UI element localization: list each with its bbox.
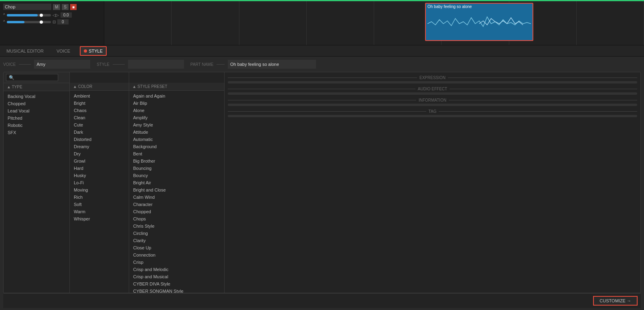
preset-close-up[interactable]: Close Up: [129, 244, 224, 251]
color-item-cute[interactable]: Cute: [70, 121, 129, 128]
preset-bright-and-close[interactable]: Bright and Close: [129, 186, 224, 194]
preset-amy-style[interactable]: Amy Style: [129, 121, 224, 128]
preset-cyber-diva-style[interactable]: CYBER DIVA Style: [129, 280, 224, 288]
color-item-dreamy[interactable]: Dreamy: [70, 143, 129, 150]
customize-button[interactable]: CUSTOMIZE →: [593, 296, 638, 306]
type-list[interactable]: Backing Vocal Chopped Lead Vocal Pitched…: [4, 91, 69, 293]
pan-slider[interactable]: [7, 21, 51, 23]
pan-value: 0: [57, 19, 69, 24]
expression-group: EXPRESSION: [228, 75, 637, 84]
preset-crisp-and-melodic[interactable]: Crisp and Melodic: [129, 266, 224, 273]
clip-waveform: [427, 10, 531, 38]
audio-effect-row: AUDIO EFFECT: [228, 87, 637, 91]
color-item-distorted[interactable]: Distorted: [70, 136, 129, 143]
preset-bent[interactable]: Bent: [129, 150, 224, 157]
type-panel-header: ▲ TYPE: [4, 83, 69, 91]
information-bar: [228, 104, 637, 106]
preset-alone[interactable]: Alone: [129, 107, 224, 114]
type-item-pitched[interactable]: Pitched: [4, 114, 69, 122]
tab-style-label: STYLE: [89, 49, 103, 53]
tab-voice-label: VOICE: [57, 49, 70, 53]
color-item-chaos[interactable]: Chaos: [70, 107, 129, 114]
preset-chris-style[interactable]: Chris Style: [129, 222, 224, 230]
tab-style[interactable]: STYLE: [80, 46, 107, 56]
preset-character[interactable]: Character: [129, 201, 224, 208]
audio-effect-line-left: [228, 89, 415, 89]
color-item-hard[interactable]: Hard: [70, 165, 129, 172]
partname-input[interactable]: [228, 60, 316, 69]
tag-line-left: [228, 111, 426, 112]
preset-cyber-songman-style[interactable]: CYBER SONGMAN Style: [129, 288, 224, 293]
color-item-soft[interactable]: Soft: [70, 201, 129, 208]
audio-clip[interactable]: Oh baby feeling so alone: [425, 3, 533, 41]
style-input[interactable]: [128, 60, 184, 69]
preset-air-blip[interactable]: Air Blip: [129, 100, 224, 107]
preset-background[interactable]: Background: [129, 143, 224, 150]
type-item-chopped[interactable]: Chopped: [4, 100, 69, 107]
preset-bright-air[interactable]: Bright Air: [129, 179, 224, 186]
preset-automatic[interactable]: Automatic: [129, 136, 224, 143]
preset-chopped[interactable]: Chopped: [129, 208, 224, 215]
preset-bouncy[interactable]: Bouncy: [129, 172, 224, 179]
color-item-warm[interactable]: Warm: [70, 208, 129, 215]
type-item-lead-vocal[interactable]: Lead Vocal: [4, 107, 69, 114]
timeline-area[interactable]: Oh baby feeling so alone: [104, 1, 644, 45]
preset-chops[interactable]: Chops: [129, 215, 224, 222]
track-name-input[interactable]: [3, 4, 51, 10]
audio-effect-line-right: [450, 89, 637, 89]
color-item-husky[interactable]: Husky: [70, 172, 129, 179]
preset-amplify[interactable]: Amplify: [129, 114, 224, 121]
tag-row: TAG: [228, 109, 637, 114]
voice-input[interactable]: [34, 60, 90, 69]
tab-bar: MUSICAL EDITOR VOICE STYLE: [0, 45, 644, 57]
volume-slider[interactable]: [7, 14, 51, 16]
preset-circling[interactable]: Circling: [129, 230, 224, 237]
solo-button[interactable]: S: [62, 4, 69, 10]
color-item-clean[interactable]: Clean: [70, 114, 129, 121]
color-item-dry[interactable]: Dry: [70, 150, 129, 157]
preset-connection[interactable]: Connection: [129, 251, 224, 259]
panel-color: ▲ COLOR Ambient Bright Chaos Clean Cute …: [70, 72, 129, 293]
preset-big-brother[interactable]: Big Brother: [129, 157, 224, 165]
type-item-backing-vocal[interactable]: Backing Vocal: [4, 93, 69, 100]
timeline-col: [172, 1, 239, 45]
type-item-robotic[interactable]: Robotic: [4, 122, 69, 129]
preset-clarity[interactable]: Clarity: [129, 237, 224, 244]
color-item-whisper[interactable]: Whisper: [70, 215, 129, 222]
information-group: INFORMATION: [228, 98, 637, 106]
color-item-growl[interactable]: Growl: [70, 157, 129, 165]
audio-effect-group: AUDIO EFFECT: [228, 87, 637, 95]
preset-again-and-again[interactable]: Again and Again: [129, 92, 224, 100]
timeline-col: [239, 1, 307, 45]
color-item-bright[interactable]: Bright: [70, 100, 129, 107]
color-list[interactable]: Ambient Bright Chaos Clean Cute Dark Dis…: [70, 91, 129, 293]
color-item-moving[interactable]: Moving: [70, 186, 129, 194]
type-item-sfx[interactable]: SFX: [4, 129, 69, 136]
style-preset-list[interactable]: Again and Again Air Blip Alone Amplify A…: [129, 91, 224, 293]
record-button[interactable]: ■: [70, 4, 77, 10]
top-bar: M S ■ ^ ◁▷ 0.0 ^ ⊡ 0: [0, 1, 644, 45]
style-field-label: STYLE: [97, 62, 109, 67]
tab-voice[interactable]: VOICE: [53, 47, 73, 55]
color-item-lofi[interactable]: Lo-Fi: [70, 179, 129, 186]
color-item-rich[interactable]: Rich: [70, 194, 129, 201]
color-item-ambient[interactable]: Ambient: [70, 92, 129, 100]
expression-row: EXPRESSION: [228, 75, 637, 80]
panels-container: ▲ TYPE Backing Vocal Chopped Lead Vocal …: [3, 72, 641, 293]
preset-attitude[interactable]: Attitude: [129, 128, 224, 136]
preset-calm-wind[interactable]: Calm Wind: [129, 194, 224, 201]
volume-icon: ◁▷: [53, 13, 59, 17]
timeline-col: [104, 1, 172, 45]
search-input[interactable]: [6, 74, 58, 81]
preset-crisp[interactable]: Crisp: [129, 259, 224, 266]
preset-bouncing[interactable]: Bouncing: [129, 165, 224, 172]
preset-crisp-and-musical[interactable]: Crisp and Musical: [129, 273, 224, 280]
color-panel-header: ▲ COLOR: [70, 83, 129, 91]
tab-musical-editor[interactable]: MUSICAL EDITOR: [3, 47, 47, 55]
main-content: VOICE STYLE PART NAME ▲ TYPE Backing: [0, 57, 644, 310]
track-name-row: M S ■: [3, 4, 101, 10]
track-controls: M S ■ ^ ◁▷ 0.0 ^ ⊡ 0: [0, 1, 104, 45]
voice-divider: [19, 64, 31, 65]
color-item-dark[interactable]: Dark: [70, 128, 129, 136]
mute-button[interactable]: M: [53, 4, 60, 10]
